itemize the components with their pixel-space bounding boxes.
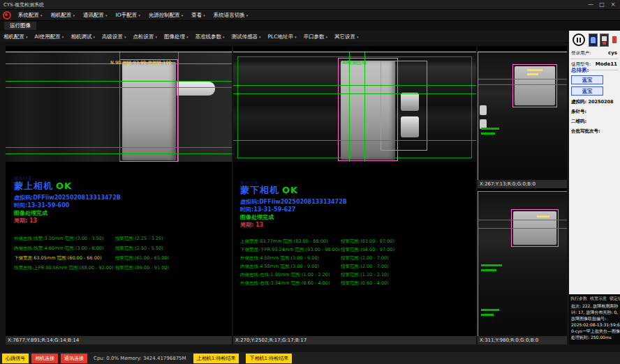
title-bar: CYS-视觉检测系统 — □ × — [0, 0, 620, 10]
alarm-range-text: 报警范围:(0.60 - 4.00) — [341, 280, 389, 287]
overlay-text-mark — [481, 264, 502, 266]
minimize-button[interactable]: — — [585, 0, 596, 10]
pixel-readout-bar: X:7677;Y:891;R:14;G:14;B:14 — [6, 336, 232, 344]
alarm-range-text: 报警范围:(2.00 - 7.00) — [341, 264, 389, 270]
tab-run-image[interactable]: 运行图像 — [4, 22, 36, 30]
measurement-text: 外侧左线:4.58mm 范围:(3.00 - 9.00) — [240, 255, 319, 261]
time-line: 时间:13-31-59-627 — [240, 206, 295, 213]
blue-button-2[interactable]: 蓝宝 — [571, 86, 603, 96]
user-tool-button[interactable] — [589, 33, 598, 47]
measurement-row: 内侧右线-左线:1.90mm 范围:(1.00 - 2.20) 报警范围:(1.… — [233, 272, 476, 279]
toolbar-item-label: 其它设置 — [334, 33, 355, 40]
chevron-down-icon: ▾ — [105, 13, 108, 17]
camera-image-upper[interactable]: N.90:间隔:93.90:总间隔:100 — [6, 52, 232, 162]
menu-item-label: 光源控制配置 — [149, 12, 180, 18]
chevron-down-icon: ▾ — [203, 13, 205, 17]
measurement-text: 线宽左线-上PR:90.56mm 范围:(88.00 - 92.00) — [14, 265, 114, 271]
lower-camera-status: 下相机1:待检结果 — [246, 354, 292, 363]
right-panel: 登录用户: cys 使用型号: Mode11 总排累: 蓝宝 蓝宝 虚拟码: 2… — [569, 31, 620, 344]
alarm-range-text: 报警范围:(2.50 - 5.50) — [115, 245, 163, 252]
stats-line: 批次: 222, 故障检测两秒 — [569, 303, 620, 309]
chevron-down-icon: ▾ — [259, 35, 261, 39]
login-user-label: 登录用户: — [571, 50, 591, 56]
stats-tabs: 执行参数 线宽示意 锁定状态 — [569, 294, 620, 303]
overlay-text-mark — [481, 314, 494, 316]
chevron-down-icon: ▾ — [246, 13, 249, 17]
menu-item-io-config[interactable]: IO手配置▾ — [112, 12, 145, 19]
menu-item-label: 相机配置 — [51, 12, 72, 18]
blue-button-1[interactable]: 蓝宝 — [571, 75, 603, 84]
menu-item-view[interactable]: 查看▾ — [187, 12, 209, 19]
menu-item-label: 通讯配置 — [83, 12, 104, 18]
process-status: 图像处理完成 — [240, 213, 274, 221]
stats-line: 计: 17, 故障分布亮秒: 0, — [569, 309, 620, 315]
toolbar-item-ai-config[interactable]: AI使用配置▾ — [31, 33, 68, 40]
toolbar-item-plc-address[interactable]: PLC地址串▾ — [264, 33, 300, 40]
virtual-code-label: 虚拟码: — [571, 99, 586, 105]
chevron-down-icon: ▾ — [62, 35, 64, 39]
stats-line: 处理耗时: 250.00ms — [569, 334, 620, 340]
heartbeat-indicator: 心跳信号 — [2, 354, 29, 363]
preview-image-2[interactable] — [478, 191, 567, 336]
preview2-pixel-readout: X:311;Y:980;R:0;G:0;B:0 — [478, 336, 567, 344]
camera-tool-button[interactable] — [600, 33, 609, 47]
overlay-text-mark — [527, 73, 538, 75]
measurement-row: 外侧左线:4.58mm 范围:(3.00 - 9.00) 报警范围:(2.00 … — [233, 255, 476, 262]
model-value: Mode11 — [596, 61, 617, 67]
alarm-range-text: 报警范围:(2.25 - 3.25) — [115, 236, 163, 242]
measurement-text: 外侧右线-右线:3.34mm 范围:(0.60 - 4.00) — [240, 280, 330, 287]
maximize-button[interactable]: □ — [596, 0, 607, 10]
alarm-range-text: 报警范围:(2.00 - 7.00) — [341, 255, 389, 261]
overlay-text-mark — [537, 215, 549, 218]
toolbar-item-other-settings[interactable]: 其它设置▾ — [331, 33, 362, 40]
preview-image-1[interactable] — [478, 52, 567, 180]
cycle-line: 周期: 13 — [240, 221, 263, 229]
chevron-down-icon: ▾ — [325, 35, 327, 39]
pause-button[interactable] — [573, 33, 585, 46]
tab-lock-state[interactable]: 锁定状态 — [610, 296, 620, 302]
chevron-down-icon: ▾ — [186, 35, 189, 39]
chevron-down-icon: ▾ — [182, 13, 184, 17]
virtual-code-value: 20250208 — [588, 99, 613, 105]
alarm-range-text: 报警范围:(89.00 - 91.00) — [115, 265, 169, 271]
chevron-down-icon: ▾ — [357, 35, 359, 39]
measurement-text: 外侧左线-线宽:3.10mm 范围:(3.00 - 3.50) — [14, 236, 103, 242]
chevron-down-icon: ▾ — [223, 35, 225, 39]
camera-image-lower[interactable]: AI检测区域 — [233, 52, 476, 162]
barcode-line: 虚拟码:DFFiiw2025020813313472B — [240, 198, 347, 206]
alarm-icon — [612, 36, 617, 43]
camera-name: 蒙上相机 — [14, 181, 53, 191]
tab-exec-params[interactable]: 执行参数 — [570, 296, 587, 302]
menu-item-comm-config[interactable]: 通讯配置▾ — [79, 12, 112, 19]
measurement-row: 上侧宽度:83.77mm 范围:(82.00 - 88.00) 报警范围:(83… — [233, 238, 476, 245]
field-label-qrcode: 二维码: — [571, 119, 586, 125]
menu-item-label: 系统配置 — [18, 12, 39, 18]
menu-item-camera-config[interactable]: 相机配置▾ — [47, 12, 80, 19]
menu-item-light-config[interactable]: 光源控制配置▾ — [145, 12, 188, 19]
toolbar-item-advanced[interactable]: 高级设置▾ — [98, 33, 130, 40]
menu-item-language[interactable]: 系统语言切换▾ — [209, 12, 253, 19]
toolbar: 相机配置▾ AI使用配置▾ 相机调试▾ 高级设置▾ 点检设置▾ 图像处理▾ 基准… — [0, 31, 569, 43]
menu-item-label: IO手配置 — [116, 12, 138, 18]
close-button[interactable]: × — [607, 0, 619, 10]
tab-line-width[interactable]: 线宽示意 — [590, 296, 607, 302]
menu-item-system-config[interactable]: 系统配置▾ — [14, 12, 47, 19]
measurement-row: 下侧宽度-下PR:95.24mm 范围:(93.00 - 98.00) 报警范围… — [233, 247, 476, 254]
camera-icon — [602, 36, 607, 41]
toolbar-item-serial-params[interactable]: 串口参数▾ — [300, 33, 331, 40]
toolbar-item-spot-check[interactable]: 点检设置▾ — [129, 33, 161, 40]
measurement-row: 内侧左线:4.58mm 范围:(3.00 - 9.00) 报警范围:(2.00 … — [233, 264, 476, 271]
toolbar-item-camera-debug[interactable]: 相机调试▾ — [67, 33, 98, 40]
camera-view-lower: AI检测区域 输出结果: 蒙下相机OK 虚拟码:DFFiiw2025020813… — [233, 46, 476, 344]
preview-column: X:267;Y:13;R:0;G:0;B:0 X:311;Y:980;R:0;G… — [478, 46, 567, 344]
toolbar-item-camera-config[interactable]: 相机配置▾ — [0, 33, 31, 40]
camera-link-indicator: 相机连接 — [31, 354, 58, 363]
window-title: CYS-视觉检测系统 — [3, 1, 44, 8]
chevron-down-icon: ▾ — [73, 13, 75, 17]
chevron-down-icon: ▾ — [295, 35, 297, 39]
status-ok: OK — [56, 181, 72, 191]
toolbar-item-sensor-test[interactable]: 测试传感器▾ — [228, 33, 264, 40]
toolbar-item-image-process[interactable]: 图像处理▾ — [161, 33, 192, 40]
measurement-row: 下侧宽度:63.05mm 范围:(60.00 - 66.00) 报警范围:(61… — [6, 255, 232, 262]
toolbar-item-baseline-params[interactable]: 基准线参数▾ — [191, 33, 228, 40]
